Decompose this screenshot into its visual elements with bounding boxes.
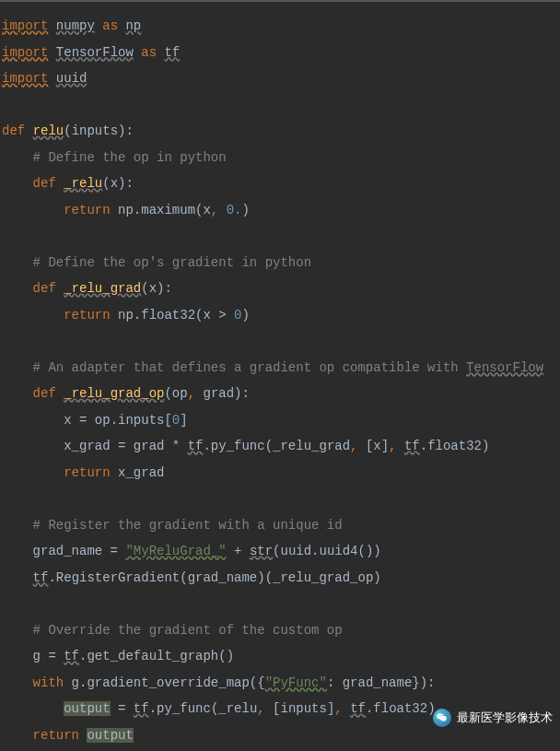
code-line: grad_name = "MyReluGrad_" + str(uuid.uui… <box>0 538 560 565</box>
code-line: return np.float32(x > 0) <box>0 302 560 329</box>
code-editor: import numpy as np import TensorFlow as … <box>0 13 560 748</box>
code-line <box>0 486 560 512</box>
code-line: return x_grad <box>0 460 560 487</box>
code-line: with g.gradient_override_map({"PyFunc": … <box>0 670 560 697</box>
code-line: def _relu(x): <box>0 170 560 197</box>
code-line: import uuid <box>0 65 560 92</box>
watermark-text: 最新医学影像技术 <box>457 705 553 732</box>
code-line: # Override the gradient of the custom op <box>0 617 560 644</box>
code-line: x_grad = grad * tf.py_func(_relu_grad, [… <box>0 433 560 460</box>
code-line: import numpy as np <box>0 13 560 40</box>
code-line: # An adapter that defines a gradient op … <box>0 355 560 381</box>
code-line: # Define the op in python <box>0 145 560 171</box>
code-line: def relu(inputs): <box>0 118 560 145</box>
code-line: def _relu_grad(x): <box>0 276 560 302</box>
code-line <box>0 328 560 355</box>
code-line: def _relu_grad_op(op, grad): <box>0 381 560 407</box>
watermark: 最新医学影像技术 <box>433 705 553 732</box>
code-line: tf.RegisterGradient(grad_name)(_relu_gra… <box>0 565 560 592</box>
code-line <box>0 92 560 119</box>
code-line: g = tf.get_default_graph() <box>0 643 560 670</box>
code-line <box>0 223 560 250</box>
code-line <box>0 591 560 617</box>
wechat-icon <box>433 709 451 727</box>
code-line: import TensorFlow as tf <box>0 40 560 66</box>
code-line: # Register the gradient with a unique id <box>0 512 560 539</box>
code-line: x = op.inputs[0] <box>0 407 560 434</box>
code-line: # Define the op's gradient in python <box>0 250 560 276</box>
code-line: return np.maximum(x, 0.) <box>0 197 560 224</box>
